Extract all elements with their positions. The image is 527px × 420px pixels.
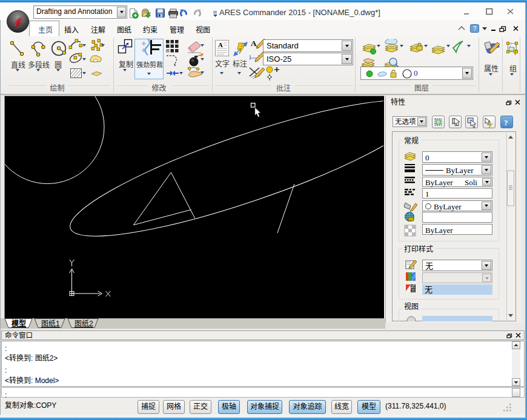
svg-text:A: A [251,39,257,48]
svg-text:A: A [218,41,223,48]
svg-text:?: ? [473,25,477,32]
svg-text:?: ? [504,118,508,127]
